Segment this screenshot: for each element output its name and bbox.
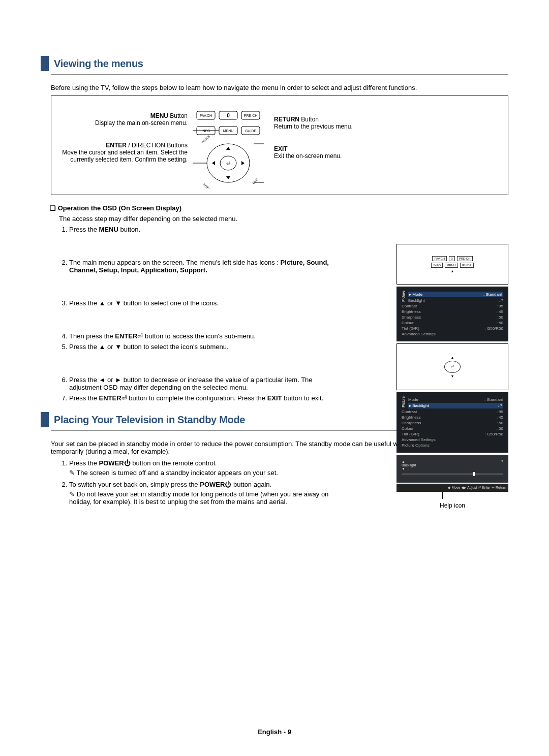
osd-row: Brightness: 45 <box>402 309 503 314</box>
return-btn-text: Button <box>299 116 319 123</box>
return-button-label: RETURN <box>274 116 299 123</box>
internet-label: INTERNET <box>202 182 216 188</box>
osd-row: Sharpness: 50 <box>402 315 503 320</box>
section-title-standby: Placing Your Television in Standby Mode <box>54 414 245 426</box>
tools-label: TOOLS <box>201 135 210 144</box>
standby-note-1: The screen is turned off and a standby i… <box>69 469 344 477</box>
osd-panel-1: Picture ▸ Mode: StandardBacklight: 7Cont… <box>396 287 508 341</box>
section-bar <box>41 412 49 427</box>
page-footer: English - 9 <box>0 728 549 736</box>
osd-row: Sharpness: 50 <box>402 421 503 425</box>
enter-button-label: ENTER <box>106 142 127 149</box>
osd-row: Mode: Standard <box>408 397 503 402</box>
enter-desc: Move the cursor and select an item. Sele… <box>60 149 188 163</box>
standby-note-2: Do not leave your set in standby mode fo… <box>69 490 344 506</box>
viewmenus-intro: Before using the TV, follow the steps be… <box>51 84 508 91</box>
osd-row: Colour: 50 <box>402 426 503 431</box>
step-2: The main menu appears on the screen. The… <box>69 259 344 274</box>
standby-step-1: Press the POWER⏻ button on the remote co… <box>69 459 344 477</box>
mini-remote-1: FAV.CH 0 PRE-CH INFO MENU GUIDE ▲ <box>396 244 508 285</box>
prech-btn: PRE-CH <box>244 114 258 117</box>
help-icon-label: Help icon <box>396 502 508 509</box>
osd-row: Picture Options <box>402 443 503 448</box>
standby-step-2: To switch your set back on, simply press… <box>69 481 344 506</box>
exit-button-label: EXIT <box>274 145 288 152</box>
osd-row: ▸ Mode: Standard <box>408 292 503 297</box>
osd-row: Backlight: 7 <box>408 298 503 303</box>
section-title-viewmenus: Viewing the menus <box>54 58 143 70</box>
return-desc: Return to the previous menu. <box>274 123 426 130</box>
guide-btn: GUIDE <box>245 129 257 133</box>
step-5: Press the ▲ or ▼ button to select the ic… <box>69 343 344 351</box>
enter-suffix: / DIRECTION Buttons <box>127 142 188 149</box>
step-7: Press the ENTER⏎ button to complete the … <box>69 394 344 402</box>
osd-row: Tint (G/R): G50/R50 <box>402 326 503 331</box>
step-1: Press the MENU button. <box>69 226 344 233</box>
step-3: Press the ▲ or ▼ button to select one of… <box>69 299 344 307</box>
zero-btn: 0 <box>227 113 230 118</box>
menu-button-text: Button <box>168 112 188 119</box>
menu-button-label: MENU <box>150 112 168 119</box>
osd-hints: ◆ Move ◀▶ Adjust ⏎ Enter ↩ Return <box>396 484 508 492</box>
exit-desc: Exit the on-screen menu. <box>274 152 426 160</box>
osd-row: Advanced Settings <box>402 437 503 442</box>
osd-row: ▸ Backlight: 7 <box>408 403 503 408</box>
osd-row: Tint (G/R): G50/R50 <box>402 432 503 436</box>
osd-intro: The access step may differ depending on … <box>59 215 508 223</box>
menu-btn: MENU <box>223 129 234 133</box>
osd-slider: ▲Backlight▼ 7 <box>396 455 508 483</box>
mini-remote-2: ▲ ⏎ ▼ <box>396 343 508 390</box>
osd-row: Contrast: 95 <box>402 410 503 414</box>
remote-diagram: MENU Button Display the main on-screen m… <box>51 96 508 195</box>
osd-row: Colour: 50 <box>402 321 503 325</box>
remote-illustration: FAV.CH 0 PRE-CH INFO MENU GUIDE ⏎ <box>188 102 269 188</box>
osd-row: Brightness: 45 <box>402 415 503 420</box>
step-6: Press the ◄ or ► button to decrease or i… <box>69 376 344 391</box>
section-bar <box>41 56 49 71</box>
osd-subhead: Operation the OSD (On Screen Display) <box>50 204 508 212</box>
favch-btn: FAV.CH <box>200 114 212 117</box>
osd-panel-2: Picture Mode: Standard▸ Backlight: 7Cont… <box>396 392 508 453</box>
step-4: Then press the ENTER⏎ button to access t… <box>69 332 344 340</box>
exit-label: EXIT <box>252 178 259 185</box>
osd-row: Contrast: 95 <box>402 304 503 308</box>
osd-row: Advanced Settings <box>402 332 503 336</box>
menu-button-desc: Display the main on-screen menu. <box>60 119 188 127</box>
svg-text:⏎: ⏎ <box>226 161 230 166</box>
